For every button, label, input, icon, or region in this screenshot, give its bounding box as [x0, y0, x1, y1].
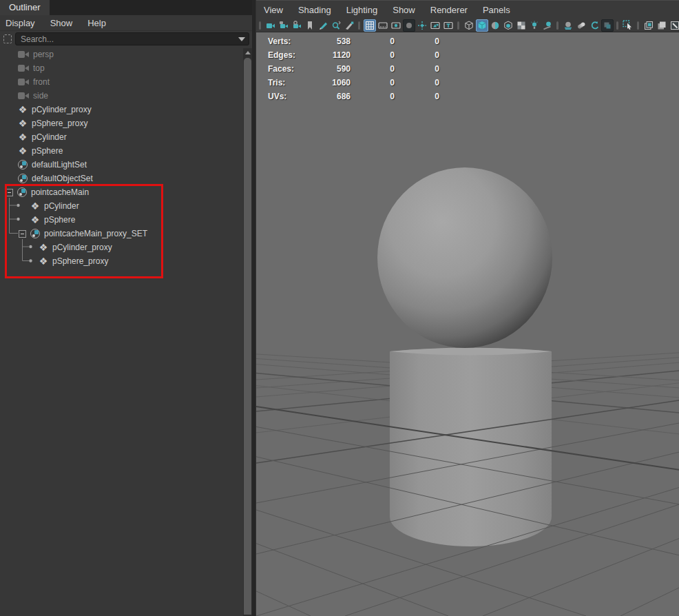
film-gate-icon[interactable] [377, 19, 389, 32]
safe-title-icon[interactable] [442, 19, 455, 32]
bookmark-icon[interactable] [304, 19, 316, 32]
outliner-item-top[interactable]: top [0, 61, 242, 75]
outliner-search-row [0, 31, 252, 48]
outliner-panel: Outliner Display Show Help [0, 0, 252, 616]
wireframe-on-shaded-icon[interactable] [502, 19, 514, 32]
toolbar-separator [556, 21, 558, 30]
camera-icon [18, 79, 29, 85]
menu-show[interactable]: Show [385, 5, 423, 15]
outliner-item-persp[interactable]: persp [0, 48, 242, 61]
camera-icon[interactable] [264, 19, 277, 32]
menu-view[interactable]: View [256, 5, 291, 15]
image-plane-icon[interactable] [317, 19, 329, 32]
outliner-item-proxyset-psphere-proxy[interactable]: ❖ pSphere_proxy [0, 254, 242, 268]
outliner-item-proxyset-pcylinder-proxy[interactable]: ❖ pCylinder_proxy [0, 240, 242, 254]
toolbar-separator [616, 21, 618, 30]
maya-window: Outliner Display Show Help [0, 0, 679, 616]
isolate-select-icon[interactable] [601, 19, 614, 32]
mesh-icon: ❖ [18, 105, 28, 114]
outliner-item-pcylinder[interactable]: ❖ pCylinder [0, 130, 242, 144]
toolbar-separator [259, 21, 261, 30]
wireframe-icon[interactable] [463, 19, 475, 32]
pane-edit-icon[interactable] [669, 19, 679, 32]
outliner-item-defaultlightset[interactable]: defaultLightSet [0, 158, 242, 172]
psphere-object[interactable] [377, 167, 552, 348]
safe-action-icon[interactable] [429, 19, 441, 32]
scrollbar-thumb[interactable] [244, 58, 251, 615]
set-icon [18, 174, 28, 183]
collapse-expander-icon[interactable] [6, 189, 13, 196]
camera-icon [18, 65, 29, 72]
collapse-expander-icon[interactable] [19, 230, 26, 238]
smooth-shade-icon[interactable] [476, 19, 488, 32]
outliner-menubar: Display Show Help [0, 15, 252, 31]
filter-icon[interactable] [3, 34, 12, 43]
outliner-tree: persp top front side ❖ pCylinder_proxy ❖… [0, 48, 242, 615]
outliner-item-pcylinder-proxy[interactable]: ❖ pCylinder_proxy [0, 103, 242, 116]
outliner-item-pointcachemain[interactable]: pointcacheMain [0, 185, 242, 199]
textured-icon[interactable] [489, 19, 501, 32]
outliner-item-pointcachemain-pcylinder[interactable]: ❖ pCylinder [0, 199, 242, 213]
toolbar-separator [457, 21, 459, 30]
set-icon [18, 160, 28, 170]
scroll-up-icon[interactable] [243, 48, 252, 57]
menu-shading[interactable]: Shading [291, 5, 339, 15]
menu-renderer[interactable]: Renderer [423, 5, 475, 15]
chevron-down-icon[interactable] [238, 37, 245, 41]
lights-icon[interactable] [528, 19, 541, 32]
set-icon [30, 229, 40, 238]
mesh-icon: ❖ [39, 256, 48, 266]
motion-blur-icon[interactable] [575, 19, 587, 32]
set-icon [17, 187, 27, 197]
transparency-icon[interactable] [515, 19, 527, 32]
camera-lock-icon[interactable] [278, 19, 290, 32]
viewport-panel: View Shading Lighting Show Renderer Pane… [255, 0, 679, 616]
ssao-icon[interactable] [562, 19, 574, 32]
search-input[interactable] [15, 32, 249, 45]
toolbar-separator [637, 21, 639, 30]
grid-toggle-icon[interactable] [364, 19, 376, 32]
menu-lighting[interactable]: Lighting [339, 5, 386, 15]
outliner-item-defaultobjectset[interactable]: defaultObjectSet [0, 172, 242, 185]
outliner-item-side[interactable]: side [0, 89, 242, 103]
pane-copy-icon[interactable] [643, 19, 655, 32]
menu-show[interactable]: Show [43, 15, 81, 31]
mesh-icon: ❖ [18, 132, 28, 142]
mesh-icon: ❖ [39, 243, 48, 252]
outliner-item-pointcachemain-psphere[interactable]: ❖ pSphere [0, 213, 242, 227]
gate-mask-icon[interactable] [403, 19, 415, 32]
camera-icon [18, 92, 29, 99]
anti-alias-icon[interactable] [588, 19, 600, 32]
outliner-tabstrip: Outliner [0, 0, 252, 15]
grease-pencil-icon[interactable] [343, 19, 355, 32]
mesh-icon: ❖ [18, 119, 28, 128]
menu-help[interactable]: Help [80, 15, 114, 31]
outliner-item-psphere[interactable]: ❖ pSphere [0, 144, 242, 158]
select-tool-icon[interactable] [622, 19, 634, 32]
toolbar-separator [358, 21, 360, 30]
menu-display[interactable]: Display [0, 15, 43, 31]
viewport-menubar: View Shading Lighting Show Renderer Pane… [256, 0, 679, 19]
pane-stack-icon[interactable] [656, 19, 668, 32]
outliner-item-pointcachemain-proxy-set[interactable]: pointcacheMain_proxy_SET [0, 227, 242, 240]
field-chart-icon[interactable] [416, 19, 428, 32]
mesh-icon: ❖ [30, 201, 40, 211]
mesh-icon: ❖ [30, 215, 40, 225]
outliner-item-front[interactable]: front [0, 75, 242, 89]
resolution-gate-icon[interactable] [390, 19, 402, 32]
camera-gear-icon[interactable] [291, 19, 303, 32]
pan-zoom-icon[interactable] [330, 19, 342, 32]
shadows-icon[interactable] [541, 19, 554, 32]
tab-outliner[interactable]: Outliner [0, 0, 50, 15]
viewport-toolbar [256, 19, 679, 32]
camera-icon [18, 51, 29, 58]
outliner-item-psphere-proxy[interactable]: ❖ pSphere_proxy [0, 116, 242, 130]
viewport-canvas[interactable]: Verts:53800 Edges:112000 Faces:59000 Tri… [256, 32, 679, 616]
menu-panels[interactable]: Panels [475, 5, 518, 15]
mesh-icon: ❖ [18, 146, 28, 156]
outliner-scrollbar[interactable] [243, 48, 252, 616]
scene-3d [256, 32, 679, 616]
